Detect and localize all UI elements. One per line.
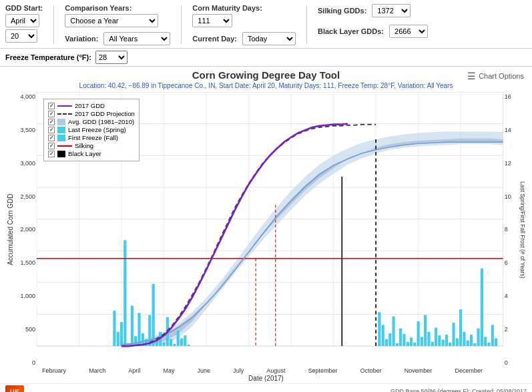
silking-gdds-group: Silking GDDs: 1372 Black Layer GDDs: 266… xyxy=(318,4,428,38)
footer-logo: LUE xyxy=(5,385,24,392)
divider-1 xyxy=(53,5,54,44)
variation-select[interactable]: All Years xyxy=(103,32,170,45)
current-day-select[interactable]: Today xyxy=(242,32,296,45)
x-label-dec: December xyxy=(455,367,483,374)
hamburger-icon: ☰ xyxy=(467,71,476,81)
svg-rect-58 xyxy=(427,332,430,346)
x-label-feb: February xyxy=(42,367,66,374)
svg-rect-73 xyxy=(481,269,483,346)
y-axis-right-ticks: 0 2 4 6 8 10 12 14 16 xyxy=(503,92,518,367)
corn-maturity-label: Corn Maturity Days: xyxy=(192,4,296,12)
legend-item-last-freeze: ✓ Last Freeze (Spring) xyxy=(48,126,135,133)
legend-line-silking xyxy=(57,145,72,147)
legend-label-silking: Silking xyxy=(75,142,93,149)
svg-rect-69 xyxy=(467,341,469,346)
legend-label-last-freeze: Last Freeze (Spring) xyxy=(68,126,126,133)
svg-rect-77 xyxy=(495,338,497,346)
footer-gdd-base: GDD Base 50/86 (degrees F); Created: 05/… xyxy=(390,388,527,392)
legend-check-first-freeze[interactable]: ✓ xyxy=(48,135,55,141)
chart-options-btn[interactable]: ☰ Chart Options xyxy=(467,71,524,81)
y-axis-right-label: Last Spring/First Fall Frost (# of Years… xyxy=(518,92,527,367)
svg-rect-62 xyxy=(442,340,445,347)
gdd-start-group: GDD Start: April 20 xyxy=(5,4,43,43)
legend-box-avg-gdd xyxy=(57,119,65,125)
svg-rect-47 xyxy=(388,333,391,346)
corn-maturity-group: Corn Maturity Days: 111 Current Day: Tod… xyxy=(192,4,296,45)
gdd-start-label: GDD Start: xyxy=(5,4,43,12)
silking-gdds-select[interactable]: 1372 xyxy=(372,4,411,17)
svg-rect-40 xyxy=(177,331,180,346)
legend-label-black-layer: Black Layer xyxy=(68,150,101,157)
svg-rect-57 xyxy=(424,315,427,346)
legend-check-silking[interactable]: ✓ xyxy=(48,143,55,149)
svg-rect-71 xyxy=(473,343,476,346)
comparison-years-group: Comparison Years: Choose a Year Variatio… xyxy=(65,4,170,45)
svg-rect-59 xyxy=(431,342,434,346)
svg-rect-24 xyxy=(120,322,123,346)
black-layer-gdds-select[interactable]: 2666 xyxy=(389,25,428,38)
x-label-nov: November xyxy=(405,367,433,374)
comparison-years-select[interactable]: Choose a Year xyxy=(65,14,158,27)
legend-check-projection[interactable]: ✓ xyxy=(48,111,55,117)
svg-rect-38 xyxy=(170,339,172,346)
freeze-temp-select[interactable]: 28 xyxy=(95,51,127,64)
legend-label-projection: 2017 GDD Projection xyxy=(75,110,135,117)
svg-rect-75 xyxy=(487,343,490,346)
gdd-start-day-select[interactable]: 20 xyxy=(5,29,37,43)
variation-label: Variation: xyxy=(65,35,98,43)
x-label-aug: August xyxy=(266,367,285,374)
svg-rect-74 xyxy=(484,337,487,346)
legend-check-avg-gdd[interactable]: ✓ xyxy=(48,119,55,125)
chart-options-label: Chart Options xyxy=(479,72,524,80)
chart-inner: ✓ 2017 GDD ✓ 2017 GDD Projection ✓ Avg. … xyxy=(37,92,503,367)
svg-rect-49 xyxy=(396,343,398,346)
x-label-apr: April xyxy=(128,367,140,374)
svg-rect-66 xyxy=(456,338,459,346)
svg-rect-22 xyxy=(113,311,115,346)
svg-rect-70 xyxy=(470,335,473,346)
gdd-start-month-select[interactable]: April xyxy=(5,14,39,27)
svg-rect-23 xyxy=(117,332,119,346)
svg-rect-43 xyxy=(187,345,190,346)
current-day-label: Current Day: xyxy=(192,35,237,43)
legend-item-avg-gdd: ✓ Avg. GDD (1981–2010) xyxy=(48,118,135,125)
chart-subtitle: Location: 40.42, −86.89 in Tippecanoe Co… xyxy=(5,82,527,89)
svg-rect-76 xyxy=(491,325,494,346)
x-label-may: May xyxy=(163,367,174,374)
legend-line-2017-gdd xyxy=(57,105,72,107)
legend-label-2017-gdd: 2017 GDD xyxy=(75,102,105,109)
svg-rect-36 xyxy=(162,343,165,346)
chart-wrapper: Accumulated Corn GDD 0 500 1,000 1,500 2… xyxy=(5,92,527,367)
svg-rect-55 xyxy=(417,321,420,346)
x-label-mar: March xyxy=(89,367,105,374)
legend-check-black-layer[interactable]: ✓ xyxy=(48,151,55,157)
svg-rect-48 xyxy=(392,317,394,346)
divider-2 xyxy=(181,5,182,44)
legend-check-2017-gdd[interactable]: ✓ xyxy=(48,103,55,109)
svg-rect-50 xyxy=(399,329,402,346)
legend-box-last-freeze xyxy=(57,127,65,133)
legend-check-last-freeze[interactable]: ✓ xyxy=(48,127,55,133)
x-label-sep: September xyxy=(308,367,338,374)
footer-bar: LUE GDD Base 50/86 (degrees F); Created:… xyxy=(0,383,532,392)
x-axis-label: Date (2017) xyxy=(5,375,527,382)
legend-item-silking: ✓ Silking xyxy=(48,142,135,149)
svg-rect-61 xyxy=(438,335,441,346)
legend-item-first-freeze: ✓ First Freeze (Fall) xyxy=(48,134,135,141)
legend-label-avg-gdd: Avg. GDD (1981–2010) xyxy=(68,118,134,125)
svg-rect-68 xyxy=(463,332,465,346)
comparison-years-label: Comparison Years: xyxy=(65,4,170,12)
legend-item-2017-gdd: ✓ 2017 GDD xyxy=(48,102,135,109)
chart-title: Corn Growing Degree Day Tool xyxy=(5,69,527,81)
svg-rect-72 xyxy=(477,329,479,346)
legend-line-projection xyxy=(57,113,72,115)
svg-rect-63 xyxy=(445,335,448,346)
y-axis-left-ticks: 0 500 1,000 1,500 2,000 2,500 3,000 3,50… xyxy=(15,92,37,367)
silking-gdds-label: Silking GDDs: xyxy=(318,7,366,15)
svg-rect-56 xyxy=(421,337,423,346)
legend-box-black-layer xyxy=(57,151,65,157)
x-label-jun: June xyxy=(198,367,211,374)
svg-rect-29 xyxy=(138,313,140,346)
corn-maturity-select[interactable]: 111 xyxy=(192,14,232,27)
svg-rect-53 xyxy=(410,337,413,346)
